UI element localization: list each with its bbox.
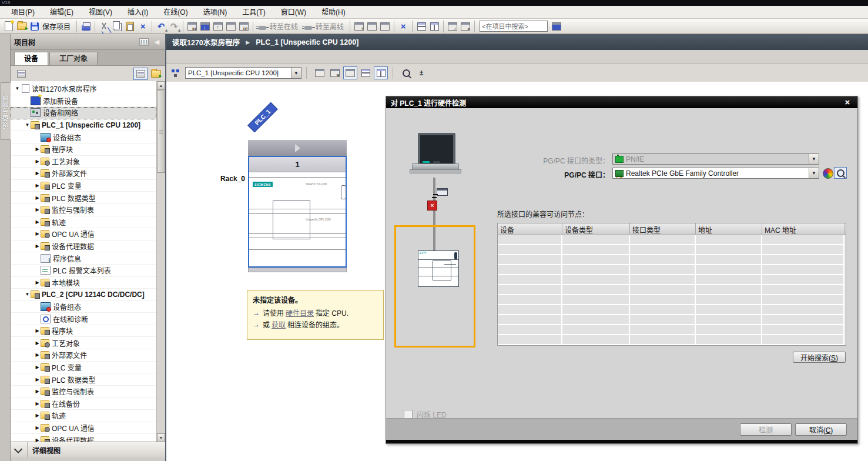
start-simulation-button[interactable]	[366, 20, 378, 33]
split-vertical-button[interactable]	[428, 20, 441, 33]
flash-led-checkbox[interactable]	[404, 410, 413, 419]
tree-item[interactable]: ▶在线备份	[11, 397, 156, 410]
tree-expander-icon[interactable]: ▶	[34, 377, 41, 382]
collapse-panel-icon[interactable]: ◀	[152, 38, 162, 46]
tree-item[interactable]: ▶外部源文件	[11, 349, 156, 362]
table-row[interactable]	[498, 295, 846, 305]
chevron-down-icon[interactable]: ▼	[809, 168, 819, 178]
tree-expander-icon[interactable]: ▼	[14, 86, 21, 91]
close-icon[interactable]: ×	[842, 97, 853, 108]
tree-item[interactable]: ▶PLC 数据类型	[11, 373, 156, 386]
table-column-header[interactable]: 接口类型	[630, 223, 696, 235]
table-column-header[interactable]: MAC 地址	[762, 223, 844, 235]
close-all-windows-button[interactable]: x	[459, 20, 472, 33]
tree-item[interactable]: ▶轨迹	[11, 216, 156, 229]
start-search-button[interactable]: 开始搜索(S)	[793, 352, 846, 363]
show-columns-button[interactable]	[133, 68, 148, 80]
tree-columns-icon[interactable]	[139, 38, 149, 46]
undo-button[interactable]: ↶±	[155, 20, 167, 33]
show-all-windows-button[interactable]: ✓	[446, 20, 459, 33]
tree-expander-icon[interactable]: ▼	[24, 122, 31, 128]
tree-item[interactable]: ▶OPC UA 通信	[11, 422, 156, 435]
start-cpu-button[interactable]	[224, 20, 237, 33]
tree-item[interactable]: 程序信息	[11, 252, 156, 265]
download-to-device-button[interactable]: ↓	[199, 20, 212, 33]
zoom-button[interactable]	[399, 66, 413, 79]
tree-expander-icon[interactable]: ▼	[24, 292, 31, 297]
show-labels-button[interactable]	[343, 66, 357, 79]
tree-expander-icon[interactable]: ▶	[34, 243, 41, 249]
tree-expander-icon[interactable]: ▶	[34, 365, 41, 370]
plc-name-badge[interactable]: PLC_1	[247, 102, 278, 133]
tree-item[interactable]: ▶设备代理数据	[11, 434, 156, 442]
redo-button[interactable]: ↷±	[167, 20, 180, 33]
cross-references-button[interactable]: ×	[397, 20, 410, 33]
tree-item[interactable]: ▶外部源文件	[11, 168, 156, 180]
table-row[interactable]	[498, 305, 846, 315]
tree-item[interactable]: ▶OPC UA 通信	[11, 228, 156, 240]
table-row[interactable]	[498, 335, 846, 345]
tree-item[interactable]: ▶监控与强制表	[11, 204, 156, 216]
tree-expander-icon[interactable]: ▶	[34, 389, 41, 394]
hardware-catalog-link[interactable]: 硬件目录	[286, 308, 314, 318]
delete-button[interactable]: ×	[136, 20, 149, 33]
tree-item[interactable]: 在线和诊断	[11, 313, 156, 325]
tree-item[interactable]: PLC 报警文本列表	[11, 265, 156, 277]
sort-tree-button[interactable]	[14, 68, 28, 80]
tree-expander-icon[interactable]: ▶	[34, 171, 41, 176]
network-view-icon[interactable]	[171, 69, 180, 77]
table-row[interactable]	[498, 325, 846, 335]
project-search-input[interactable]	[480, 21, 548, 32]
tree-item[interactable]: ▼PLC_2 [CPU 1214C DC/DC/DC]	[11, 289, 156, 301]
device-overview-button[interactable]	[374, 66, 388, 79]
tree-expander-icon[interactable]: ▶	[34, 219, 41, 225]
device-selector[interactable]: PLC_1 [Unspecific CPU 1200] ▼	[185, 67, 301, 79]
new-project-button[interactable]: ★	[2, 20, 15, 33]
paste-button[interactable]	[123, 20, 136, 33]
tree-scrollbar[interactable]: ▲ ▼	[156, 81, 165, 442]
detect-button[interactable]: 检测	[740, 423, 792, 436]
tree-item[interactable]: ▶PLC 数据类型	[11, 192, 156, 204]
tree-expander-icon[interactable]: ▶	[34, 195, 41, 201]
tree-expander-icon[interactable]: ▶	[34, 183, 41, 188]
go-offline-label[interactable]: 转至离线	[316, 21, 344, 31]
stop-simulation-button[interactable]	[378, 20, 391, 33]
split-horizontal-button[interactable]	[415, 20, 428, 33]
table-column-header[interactable]: 设备	[498, 223, 562, 235]
table-row[interactable]	[498, 265, 846, 275]
tree-expander-icon[interactable]: ▶	[34, 413, 41, 418]
cpu-module[interactable]: 1 SIEMENS SIMATIC S7-1200 Unspecific CPU…	[248, 156, 347, 268]
scrollbar-thumb[interactable]	[157, 91, 165, 173]
table-row[interactable]	[498, 235, 846, 245]
zoom-level-button[interactable]: ±	[414, 66, 428, 79]
tree-item[interactable]: 设备组态	[11, 301, 156, 313]
table-row[interactable]	[498, 255, 846, 265]
scroll-down-button[interactable]: ▼	[157, 433, 165, 442]
copy-button[interactable]	[110, 20, 123, 33]
menu-item[interactable]: 插入(I)	[120, 6, 156, 19]
search-options-button[interactable]	[550, 20, 563, 33]
start-runtime-button[interactable]: RT	[237, 20, 250, 33]
tree-expander-icon[interactable]: ▶	[34, 207, 41, 212]
tree-expander-icon[interactable]: ▶	[34, 425, 41, 430]
tree-item[interactable]: ▼PLC_1 [Unspecific CPU 1200]	[11, 119, 156, 132]
save-project-button[interactable]	[28, 20, 41, 33]
tree-item[interactable]: ▶PLC 变量	[11, 362, 156, 374]
breadcrumb-page[interactable]: PLC_1 [Unspecific CPU 1200]	[256, 38, 358, 46]
tree-item[interactable]: ▼读取1270水泵房程序	[11, 83, 156, 95]
menu-item[interactable]: 在线(O)	[156, 6, 195, 19]
menu-item[interactable]: 选项(N)	[196, 6, 235, 19]
go-online-label[interactable]: 转至在线	[270, 21, 298, 31]
scroll-up-button[interactable]: ▲	[157, 81, 165, 90]
table-column-header[interactable]: 设备类型	[562, 223, 630, 235]
snap-grid-button[interactable]	[358, 66, 373, 79]
details-view-bar[interactable]: 详细视图	[11, 442, 165, 457]
tree-item[interactable]: ▶监控与强制表	[11, 386, 156, 398]
devices-networks-vertical-tab[interactable]: 设备与网络	[1, 82, 11, 140]
pgpc-interface-dropdown[interactable]: Realtek PCIe GbE Family Controller ▼	[612, 168, 819, 179]
tree-item[interactable]: ▶工艺对象	[11, 156, 156, 168]
compile-button[interactable]: 01	[186, 20, 199, 33]
tree-item[interactable]: ▶轨迹	[11, 410, 156, 422]
tree-item[interactable]: 添加新设备	[11, 95, 156, 108]
interface-properties-button[interactable]	[834, 167, 847, 179]
